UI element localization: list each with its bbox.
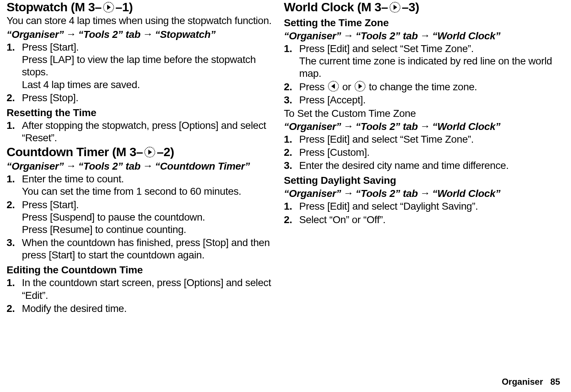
arrow-icon: → — [343, 120, 353, 132]
path-seg: “Organiser” — [284, 121, 341, 132]
left-triangle-icon — [328, 81, 339, 92]
step-main: Press [Stop]. — [22, 92, 78, 103]
step-sub: Press [Resume] to continue counting. — [22, 223, 278, 236]
worldclock-path-1: “Organiser”→“Tools 2” tab→“World Clock” — [284, 30, 564, 42]
heading-countdown-post: –2) — [157, 145, 174, 159]
step-main: Press [Edit] and select “Daylight Saving… — [299, 201, 478, 212]
custom-tz-steps: Press [Edit] and select “Set Time Zone”.… — [284, 133, 564, 172]
step-item: Press [Stop]. — [7, 92, 278, 104]
step-sub: You can set the time from 1 second to 60… — [22, 185, 278, 198]
edit-countdown-steps: In the countdown start screen, press [Op… — [7, 277, 278, 314]
step-item: Press [Edit] and select “Set Time Zone”.… — [284, 43, 564, 80]
step-item: Press [Edit] and select “Daylight Saving… — [284, 200, 564, 213]
step-main: Enter the desired city name and time dif… — [299, 160, 509, 171]
arrow-icon: → — [143, 28, 153, 40]
step-item: Select “On” or “Off”. — [284, 214, 564, 226]
step-main: Select “On” or “Off”. — [299, 214, 386, 225]
arrow-icon: → — [143, 160, 153, 172]
path-seg: “Countdown Timer” — [155, 161, 250, 172]
stopwatch-steps: Press [Start]. Press [LAP] to view the l… — [7, 41, 278, 104]
path-seg: “Tools 2” tab — [356, 30, 418, 41]
arrow-icon: → — [420, 30, 430, 41]
stopwatch-intro: You can store 4 lap times when using the… — [7, 15, 278, 27]
step-item: Modify the desired time. — [7, 302, 278, 315]
path-seg: “Organiser” — [7, 161, 64, 172]
step-item: When the countdown has finished, press [… — [7, 237, 278, 261]
heading-countdown: Countdown Timer (M 3––2) — [7, 145, 278, 159]
left-column: Stopwatch (M 3––1) You can store 4 lap t… — [7, 0, 278, 316]
right-triangle-icon — [144, 147, 155, 158]
countdown-steps: Enter the time to count. You can set the… — [7, 173, 278, 261]
right-triangle-icon — [103, 2, 114, 13]
stopwatch-path: “Organiser”→“Tools 2” tab→“Stopwatch” — [7, 29, 278, 40]
step-main: In the countdown start screen, press [Op… — [22, 277, 271, 301]
step-item: Press [Edit] and select “Set Time Zone”. — [284, 133, 564, 146]
step-item: Press [Custom]. — [284, 146, 564, 159]
step-item: In the countdown start screen, press [Op… — [7, 277, 278, 301]
page-footer: Organiser85 — [502, 377, 560, 387]
step-main: Press [Custom]. — [299, 147, 369, 158]
path-seg: “Organiser” — [7, 29, 64, 40]
step-main: Press [Start]. — [22, 199, 79, 210]
heading-worldclock-post: –3) — [402, 0, 419, 14]
path-seg: “Organiser” — [284, 188, 341, 199]
right-triangle-icon — [390, 2, 400, 13]
step-sub: The current time zone is indicated by re… — [299, 55, 564, 80]
step-item: After stopping the stopwatch, press [Opt… — [7, 119, 278, 144]
edit-countdown-heading: Editing the Countdown Time — [7, 264, 278, 276]
arrow-icon: → — [66, 28, 76, 40]
countdown-path: “Organiser”→“Tools 2” tab→“Countdown Tim… — [7, 161, 278, 172]
heading-stopwatch-pre: Stopwatch (M 3– — [7, 0, 102, 14]
arrow-icon: → — [66, 160, 76, 172]
step-main-mid: or — [340, 81, 354, 92]
step-item: Enter the desired city name and time dif… — [284, 159, 564, 172]
step-main: Press [Edit] and select “Set Time Zone”. — [299, 43, 474, 54]
footer-page: 85 — [550, 377, 560, 387]
right-column: World Clock (M 3––3) Setting the Time Zo… — [284, 0, 564, 227]
footer-chapter: Organiser — [502, 377, 543, 387]
path-seg: “Tools 2” tab — [356, 188, 418, 199]
dst-heading: Setting Daylight Saving — [284, 175, 564, 186]
step-item: Press [Start]. Press [LAP] to view the l… — [7, 41, 278, 91]
reset-heading: Resetting the Time — [7, 107, 278, 119]
step-main: When the countdown has finished, press [… — [22, 237, 270, 261]
step-item: Enter the time to count. You can set the… — [7, 173, 278, 198]
custom-tz-note: To Set the Custom Time Zone — [284, 108, 564, 119]
tz-steps: Press [Edit] and select “Set Time Zone”.… — [284, 43, 564, 106]
heading-countdown-pre: Countdown Timer (M 3– — [7, 145, 143, 159]
heading-stopwatch: Stopwatch (M 3––1) — [7, 0, 278, 14]
path-seg: “World Clock” — [432, 121, 500, 132]
step-sub: Press [LAP] to view the lap time before … — [22, 54, 278, 78]
path-seg: “Tools 2” tab — [356, 121, 418, 132]
step-item: Press or to change the time zone. — [284, 81, 564, 93]
heading-stopwatch-post: –1) — [116, 0, 133, 14]
arrow-icon: → — [420, 120, 430, 132]
step-sub: Press [Suspend] to pause the countdown. — [22, 211, 278, 223]
step-main: Press [Accept]. — [299, 94, 365, 106]
step-sub: Last 4 lap times are saved. — [22, 79, 278, 91]
path-seg: “World Clock” — [432, 30, 500, 41]
arrow-icon: → — [420, 187, 430, 199]
path-seg: “Tools 2” tab — [78, 29, 141, 40]
worldclock-path-2: “Organiser”→“Tools 2” tab→“World Clock” — [284, 121, 564, 132]
step-main: Press [Edit] and select “Set Time Zone”. — [299, 134, 474, 145]
tz-heading: Setting the Time Zone — [284, 17, 564, 29]
path-seg: “Organiser” — [284, 30, 341, 41]
worldclock-path-3: “Organiser”→“Tools 2” tab→“World Clock” — [284, 188, 564, 199]
step-item: Press [Accept]. — [284, 94, 564, 106]
path-seg: “Stopwatch” — [155, 29, 215, 40]
step-main-post: to change the time zone. — [366, 81, 477, 92]
step-main: Modify the desired time. — [22, 303, 127, 314]
path-seg: “Tools 2” tab — [78, 161, 141, 172]
dst-steps: Press [Edit] and select “Daylight Saving… — [284, 200, 564, 226]
arrow-icon: → — [343, 30, 353, 41]
step-main: Enter the time to count. — [22, 173, 124, 185]
step-item: Press [Start]. Press [Suspend] to pause … — [7, 199, 278, 236]
step-main-pre: Press — [299, 81, 327, 92]
step-main: After stopping the stopwatch, press [Opt… — [22, 120, 266, 143]
path-seg: “World Clock” — [432, 188, 500, 199]
right-triangle-icon — [355, 81, 365, 92]
step-main: Press [Start]. — [22, 41, 79, 53]
heading-worldclock: World Clock (M 3––3) — [284, 0, 564, 14]
reset-steps: After stopping the stopwatch, press [Opt… — [7, 119, 278, 144]
